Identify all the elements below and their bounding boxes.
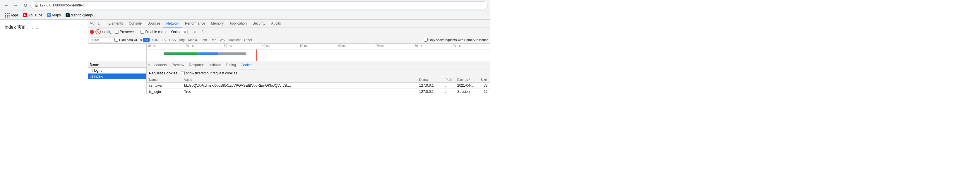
- detail-panel: × Headers Preview Response Initiator: [146, 61, 490, 94]
- same-site-filter[interactable]: Only show requests with SameSite issues: [424, 38, 488, 41]
- search-button[interactable]: 🔍: [106, 30, 111, 34]
- record-button[interactable]: [90, 30, 94, 34]
- col-header-path: Path: [443, 77, 455, 83]
- sep2: [113, 30, 113, 34]
- tab-sources[interactable]: Sources: [145, 19, 163, 28]
- throttle-select[interactable]: Online: [169, 29, 188, 35]
- bookmark-youtube[interactable]: ▶ YouTube: [21, 13, 44, 18]
- req-checkbox-login: [90, 69, 93, 72]
- filter-tag-css[interactable]: CSS: [168, 38, 177, 42]
- req-name-login: login/: [94, 69, 102, 73]
- filter-tag-xhr[interactable]: XHR: [150, 38, 160, 42]
- tab-security[interactable]: Security: [250, 19, 268, 28]
- filter-tag-doc[interactable]: Doc: [209, 38, 218, 42]
- cookie-path-islogin: /: [443, 89, 455, 94]
- cookie-value-islogin: True: [182, 89, 417, 94]
- detail-tab-response[interactable]: Response: [186, 61, 207, 69]
- tab-performance[interactable]: Performance: [182, 19, 208, 28]
- django-icon: D: [65, 13, 70, 17]
- forward-button[interactable]: →: [12, 1, 20, 10]
- timeline-marker-line: [256, 49, 257, 61]
- same-site-checkbox[interactable]: [424, 38, 428, 41]
- detail-tabs: × Headers Preview Response Initiator: [146, 61, 490, 69]
- filter-tag-other[interactable]: Other: [243, 38, 254, 42]
- cookie-path-csrftoken: /: [443, 83, 455, 89]
- tab-audits[interactable]: Audits: [268, 19, 284, 28]
- bookmark-apps[interactable]: Apps: [3, 13, 20, 18]
- requests-panel: Name login/ index/: [88, 61, 146, 94]
- show-filtered-label[interactable]: show filtered out request cookies: [181, 71, 237, 75]
- disable-cache-label[interactable]: Disable cache: [140, 30, 167, 34]
- tab-network[interactable]: Network: [163, 19, 182, 28]
- detail-tab-headers[interactable]: Headers: [151, 61, 169, 69]
- table-row[interactable]: is_login True 127.0.0.1 / Session 12: [146, 89, 490, 94]
- cookie-name-csrftoken: csrftoken: [146, 83, 182, 89]
- col-header-size: Size: [478, 77, 490, 83]
- cookie-expires-csrftoken: 2021-04-...: [455, 83, 478, 89]
- timeline-left-spacer: [88, 44, 146, 61]
- browser-chrome: ← → ↻ 🔒 127.0.0.1:8000/cookie/index/ App…: [0, 0, 490, 20]
- django-label: django django...: [71, 13, 96, 17]
- bookmark-maps[interactable]: M Maps: [45, 13, 63, 18]
- preserve-log-label[interactable]: Preserve log: [115, 30, 139, 34]
- device-toolbar-button[interactable]: [96, 21, 103, 27]
- ruler-tick-40: 40 ms: [261, 44, 299, 48]
- timeline-bar-green: [164, 53, 198, 55]
- filter-tag-manifest[interactable]: Manifest: [227, 38, 242, 42]
- ruler-tick-90: 90 ms: [452, 44, 490, 48]
- network-main: 10 ms 20 ms 30 ms 40 ms 50 ms 60 ms 70 m…: [88, 44, 490, 94]
- disable-cache-checkbox[interactable]: [140, 30, 144, 33]
- detail-tab-timing[interactable]: Timing: [223, 61, 239, 69]
- col-header-expires: Expires / ...: [455, 77, 478, 83]
- devtools-tabs: Elements Console Sources Network Perform…: [105, 20, 284, 27]
- request-item-index[interactable]: index/: [88, 73, 146, 80]
- filter-tag-js[interactable]: JS: [161, 38, 167, 42]
- preserve-log-checkbox[interactable]: [115, 30, 119, 33]
- apps-label: Apps: [11, 13, 18, 17]
- detail-tab-preview[interactable]: Preview: [169, 61, 187, 69]
- detail-close-button[interactable]: ×: [148, 63, 150, 68]
- ruler-tick-20: 20 ms: [185, 44, 223, 48]
- table-row[interactable]: csrftoken bLJsbQVAPcdmzXf6bdS85CZbVPGVSE…: [146, 83, 490, 89]
- cookie-name-islogin: is_login: [146, 89, 182, 94]
- download-icon-button[interactable]: ⇩: [199, 29, 206, 35]
- svg-rect-1: [99, 22, 100, 25]
- show-filtered-checkbox[interactable]: [181, 71, 185, 75]
- timeline-bar-blue: [198, 53, 219, 55]
- filter-input[interactable]: [90, 37, 113, 43]
- filter-tag-img[interactable]: Img: [178, 38, 186, 42]
- tab-application[interactable]: Application: [227, 19, 250, 28]
- tab-elements[interactable]: Elements: [105, 19, 126, 28]
- back-button[interactable]: ←: [2, 1, 11, 10]
- cookie-size-islogin: 12: [478, 89, 490, 94]
- tab-console[interactable]: Console: [126, 19, 145, 28]
- hide-data-urls-checkbox[interactable]: [115, 38, 118, 41]
- tab-memory[interactable]: Memory: [208, 19, 227, 28]
- detail-tab-initiator[interactable]: Initiator: [207, 61, 223, 69]
- detail-tab-cookies[interactable]: Cookies: [238, 61, 256, 69]
- timeline-main: 10 ms 20 ms 30 ms 40 ms 50 ms 60 ms 70 m…: [146, 44, 490, 61]
- ruler-tick-10: 10 ms: [146, 44, 185, 48]
- req-name-index: index/: [94, 74, 103, 78]
- clear-button[interactable]: 🚫: [95, 29, 101, 35]
- filter-tag-font[interactable]: Font: [199, 38, 208, 42]
- hide-data-urls-label[interactable]: Hide data URLs: [115, 38, 142, 41]
- address-bar[interactable]: 🔒 127.0.0.1:8000/cookie/index/: [30, 2, 488, 9]
- reload-button[interactable]: ↻: [21, 1, 29, 10]
- cookie-expires-islogin: Session: [455, 89, 478, 94]
- upload-icon-button[interactable]: ⇧: [192, 29, 198, 35]
- filter-bar: Hide data URLs All XHR JS CSS Img Media …: [88, 36, 490, 44]
- timeline-area: 10 ms 20 ms 30 ms 40 ms 50 ms 60 ms 70 m…: [88, 44, 490, 61]
- filter-button[interactable]: 〈〉: [102, 29, 105, 34]
- filter-tag-all[interactable]: All: [143, 38, 150, 42]
- toolbar-separator: [104, 21, 104, 26]
- maps-label: Maps: [52, 13, 61, 17]
- filter-tag-media[interactable]: Media: [187, 38, 199, 42]
- cookies-header-row: Request Cookies show filtered out reques…: [146, 69, 490, 77]
- cookie-size-csrftoken: 73: [478, 83, 490, 89]
- address-text: 127.0.0.1:8000/cookie/index/: [40, 3, 84, 7]
- filter-tag-ws[interactable]: WS: [218, 38, 226, 42]
- request-item-login[interactable]: login/: [88, 68, 146, 73]
- bookmark-django[interactable]: D django django...: [64, 13, 97, 18]
- inspect-element-button[interactable]: [89, 21, 96, 27]
